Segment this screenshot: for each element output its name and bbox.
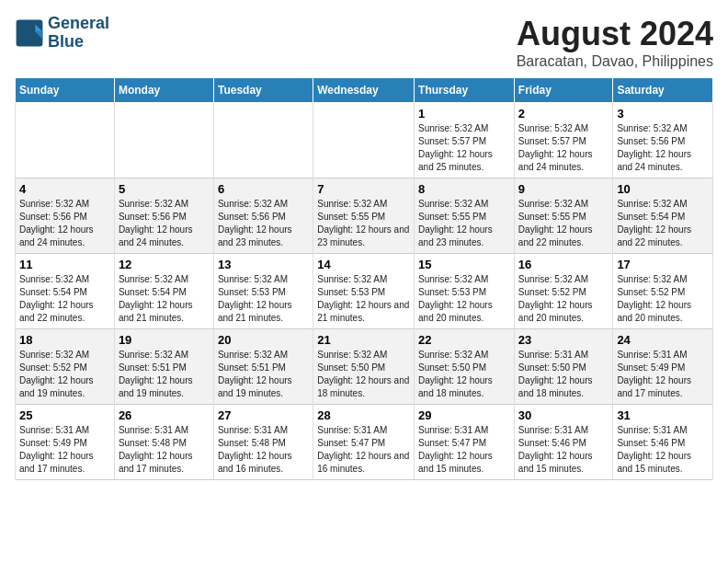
calendar-cell: 28Sunrise: 5:31 AM Sunset: 5:47 PM Dayli… bbox=[313, 405, 415, 480]
day-info: Sunrise: 5:32 AM Sunset: 5:57 PM Dayligh… bbox=[418, 122, 510, 174]
day-info: Sunrise: 5:32 AM Sunset: 5:54 PM Dayligh… bbox=[617, 198, 709, 249]
calendar-cell: 9Sunrise: 5:32 AM Sunset: 5:55 PM Daylig… bbox=[514, 178, 613, 254]
day-info: Sunrise: 5:31 AM Sunset: 5:48 PM Dayligh… bbox=[119, 424, 210, 476]
day-info: Sunrise: 5:32 AM Sunset: 5:54 PM Dayligh… bbox=[119, 273, 210, 325]
calendar-cell bbox=[313, 103, 415, 178]
calendar-week-row: 11Sunrise: 5:32 AM Sunset: 5:54 PM Dayli… bbox=[16, 254, 713, 329]
day-number: 1 bbox=[418, 107, 510, 121]
day-info: Sunrise: 5:32 AM Sunset: 5:50 PM Dayligh… bbox=[418, 349, 510, 400]
weekday-header: Saturday bbox=[613, 78, 713, 103]
day-number: 2 bbox=[518, 107, 609, 121]
calendar-cell: 15Sunrise: 5:32 AM Sunset: 5:53 PM Dayli… bbox=[415, 254, 515, 329]
day-number: 17 bbox=[617, 258, 709, 271]
calendar-cell: 18Sunrise: 5:32 AM Sunset: 5:52 PM Dayli… bbox=[16, 329, 115, 405]
title-area: August 2024 Baracatan, Davao, Philippine… bbox=[517, 15, 713, 70]
day-number: 7 bbox=[317, 182, 410, 196]
calendar-cell: 25Sunrise: 5:31 AM Sunset: 5:49 PM Dayli… bbox=[16, 405, 115, 480]
logo-icon bbox=[15, 18, 44, 48]
day-info: Sunrise: 5:32 AM Sunset: 5:56 PM Dayligh… bbox=[617, 122, 709, 174]
calendar-cell: 8Sunrise: 5:32 AM Sunset: 5:55 PM Daylig… bbox=[415, 178, 515, 254]
day-number: 11 bbox=[19, 258, 110, 271]
day-info: Sunrise: 5:32 AM Sunset: 5:55 PM Dayligh… bbox=[518, 198, 609, 249]
calendar-cell bbox=[114, 103, 213, 178]
calendar-cell: 17Sunrise: 5:32 AM Sunset: 5:52 PM Dayli… bbox=[613, 254, 713, 329]
weekday-header: Monday bbox=[114, 78, 213, 103]
calendar-cell: 26Sunrise: 5:31 AM Sunset: 5:48 PM Dayli… bbox=[114, 405, 213, 480]
calendar-week-row: 1Sunrise: 5:32 AM Sunset: 5:57 PM Daylig… bbox=[16, 103, 713, 178]
day-info: Sunrise: 5:31 AM Sunset: 5:50 PM Dayligh… bbox=[518, 349, 609, 400]
calendar-cell: 21Sunrise: 5:32 AM Sunset: 5:50 PM Dayli… bbox=[313, 329, 415, 405]
day-number: 9 bbox=[518, 182, 609, 196]
calendar-cell bbox=[213, 103, 313, 178]
calendar-week-row: 25Sunrise: 5:31 AM Sunset: 5:49 PM Dayli… bbox=[16, 405, 713, 480]
day-number: 26 bbox=[119, 408, 210, 422]
logo: General Blue bbox=[15, 15, 109, 52]
day-info: Sunrise: 5:31 AM Sunset: 5:48 PM Dayligh… bbox=[218, 424, 309, 476]
day-number: 24 bbox=[617, 333, 709, 347]
day-number: 23 bbox=[518, 333, 609, 347]
day-number: 13 bbox=[218, 258, 309, 271]
calendar-cell: 13Sunrise: 5:32 AM Sunset: 5:53 PM Dayli… bbox=[213, 254, 313, 329]
day-info: Sunrise: 5:31 AM Sunset: 5:47 PM Dayligh… bbox=[418, 424, 510, 476]
calendar-cell: 24Sunrise: 5:31 AM Sunset: 5:49 PM Dayli… bbox=[613, 329, 713, 405]
day-number: 6 bbox=[218, 182, 309, 196]
day-info: Sunrise: 5:32 AM Sunset: 5:51 PM Dayligh… bbox=[119, 349, 210, 400]
day-number: 30 bbox=[518, 408, 609, 422]
day-number: 3 bbox=[617, 107, 709, 121]
day-number: 20 bbox=[218, 333, 309, 347]
calendar-cell: 22Sunrise: 5:32 AM Sunset: 5:50 PM Dayli… bbox=[415, 329, 515, 405]
location: Baracatan, Davao, Philippines bbox=[517, 53, 713, 70]
day-number: 21 bbox=[317, 333, 410, 347]
calendar-cell: 16Sunrise: 5:32 AM Sunset: 5:52 PM Dayli… bbox=[514, 254, 613, 329]
day-info: Sunrise: 5:32 AM Sunset: 5:54 PM Dayligh… bbox=[19, 273, 110, 325]
weekday-header: Wednesday bbox=[313, 78, 415, 103]
calendar-table: SundayMondayTuesdayWednesdayThursdayFrid… bbox=[15, 77, 713, 480]
day-number: 12 bbox=[119, 258, 210, 271]
calendar-header-row: SundayMondayTuesdayWednesdayThursdayFrid… bbox=[16, 78, 713, 103]
calendar-cell: 10Sunrise: 5:32 AM Sunset: 5:54 PM Dayli… bbox=[613, 178, 713, 254]
day-info: Sunrise: 5:32 AM Sunset: 5:56 PM Dayligh… bbox=[119, 198, 210, 249]
calendar-week-row: 18Sunrise: 5:32 AM Sunset: 5:52 PM Dayli… bbox=[16, 329, 713, 405]
calendar-cell: 30Sunrise: 5:31 AM Sunset: 5:46 PM Dayli… bbox=[514, 405, 613, 480]
calendar-cell: 31Sunrise: 5:31 AM Sunset: 5:46 PM Dayli… bbox=[613, 405, 713, 480]
calendar-cell: 3Sunrise: 5:32 AM Sunset: 5:56 PM Daylig… bbox=[613, 103, 713, 178]
calendar-cell: 1Sunrise: 5:32 AM Sunset: 5:57 PM Daylig… bbox=[415, 103, 515, 178]
weekday-header: Sunday bbox=[16, 78, 115, 103]
day-number: 31 bbox=[617, 408, 709, 422]
day-number: 4 bbox=[19, 182, 110, 196]
calendar-cell: 2Sunrise: 5:32 AM Sunset: 5:57 PM Daylig… bbox=[514, 103, 613, 178]
calendar-cell: 29Sunrise: 5:31 AM Sunset: 5:47 PM Dayli… bbox=[415, 405, 515, 480]
calendar-cell: 20Sunrise: 5:32 AM Sunset: 5:51 PM Dayli… bbox=[213, 329, 313, 405]
day-info: Sunrise: 5:32 AM Sunset: 5:50 PM Dayligh… bbox=[317, 349, 410, 400]
day-info: Sunrise: 5:31 AM Sunset: 5:49 PM Dayligh… bbox=[617, 349, 709, 400]
day-info: Sunrise: 5:32 AM Sunset: 5:53 PM Dayligh… bbox=[418, 273, 510, 325]
day-info: Sunrise: 5:32 AM Sunset: 5:53 PM Dayligh… bbox=[218, 273, 309, 325]
day-info: Sunrise: 5:31 AM Sunset: 5:47 PM Dayligh… bbox=[317, 424, 410, 476]
day-info: Sunrise: 5:32 AM Sunset: 5:53 PM Dayligh… bbox=[317, 273, 410, 325]
day-number: 10 bbox=[617, 182, 709, 196]
calendar-cell: 7Sunrise: 5:32 AM Sunset: 5:55 PM Daylig… bbox=[313, 178, 415, 254]
day-number: 16 bbox=[518, 258, 609, 271]
calendar-cell: 23Sunrise: 5:31 AM Sunset: 5:50 PM Dayli… bbox=[514, 329, 613, 405]
calendar-cell: 12Sunrise: 5:32 AM Sunset: 5:54 PM Dayli… bbox=[114, 254, 213, 329]
calendar-cell: 4Sunrise: 5:32 AM Sunset: 5:56 PM Daylig… bbox=[16, 178, 115, 254]
day-number: 8 bbox=[418, 182, 510, 196]
calendar-week-row: 4Sunrise: 5:32 AM Sunset: 5:56 PM Daylig… bbox=[16, 178, 713, 254]
calendar-cell: 19Sunrise: 5:32 AM Sunset: 5:51 PM Dayli… bbox=[114, 329, 213, 405]
day-number: 29 bbox=[418, 408, 510, 422]
day-number: 25 bbox=[19, 408, 110, 422]
day-info: Sunrise: 5:32 AM Sunset: 5:56 PM Dayligh… bbox=[19, 198, 110, 249]
day-info: Sunrise: 5:32 AM Sunset: 5:52 PM Dayligh… bbox=[617, 273, 709, 325]
day-number: 15 bbox=[418, 258, 510, 271]
weekday-header: Friday bbox=[514, 78, 613, 103]
day-info: Sunrise: 5:32 AM Sunset: 5:55 PM Dayligh… bbox=[418, 198, 510, 249]
month-year: August 2024 bbox=[517, 15, 713, 53]
day-number: 18 bbox=[19, 333, 110, 347]
day-number: 5 bbox=[119, 182, 210, 196]
calendar-cell bbox=[16, 103, 115, 178]
day-info: Sunrise: 5:31 AM Sunset: 5:46 PM Dayligh… bbox=[518, 424, 609, 476]
day-number: 19 bbox=[119, 333, 210, 347]
calendar-cell: 6Sunrise: 5:32 AM Sunset: 5:56 PM Daylig… bbox=[213, 178, 313, 254]
day-number: 28 bbox=[317, 408, 410, 422]
weekday-header: Thursday bbox=[415, 78, 515, 103]
